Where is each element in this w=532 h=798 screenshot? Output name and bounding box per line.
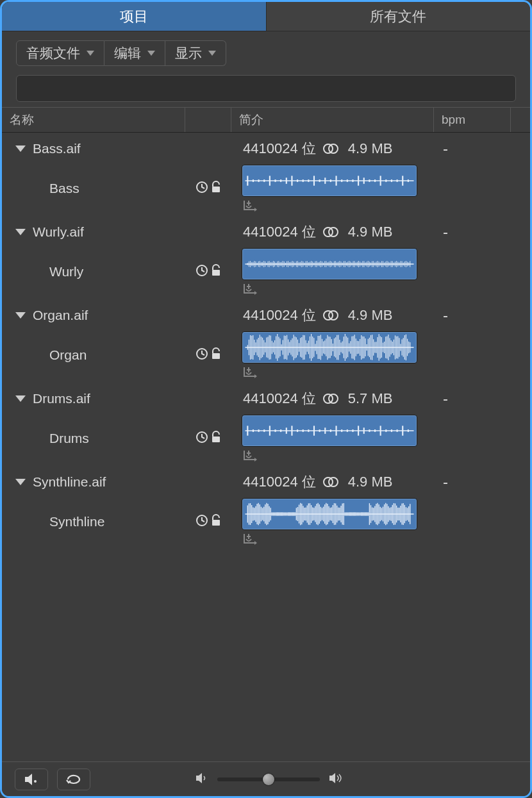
- file-bpm: -: [434, 473, 511, 491]
- region-row[interactable]: Wurly: [2, 248, 530, 299]
- slider-thumb[interactable]: [263, 774, 274, 785]
- anchor-icon: [243, 449, 258, 462]
- disclosure-triangle-icon[interactable]: [15, 479, 26, 485]
- file-spec: 4410024 位: [243, 139, 316, 158]
- speaker-icon: [24, 773, 39, 786]
- file-name[interactable]: Synthline.aif: [33, 474, 184, 490]
- file-bpm: -: [434, 140, 511, 158]
- disclosure-triangle-icon[interactable]: [15, 312, 26, 319]
- region-name[interactable]: Synthline: [33, 514, 185, 529]
- file-item[interactable]: Synthline.aif4410024 位 4.9 MB-Synthline: [2, 466, 530, 549]
- unlock-icon[interactable]: [211, 264, 221, 280]
- stereo-icon: [322, 309, 339, 322]
- file-item[interactable]: Bass.aif4410024 位 4.9 MB-Bass: [2, 133, 530, 216]
- column-pad: [511, 108, 530, 132]
- svg-point-448: [34, 780, 37, 783]
- file-name[interactable]: Bass.aif: [33, 141, 184, 156]
- audio-files-label: 音频文件: [26, 44, 80, 62]
- svg-rect-290: [212, 436, 220, 442]
- anchor-icon: [243, 283, 258, 295]
- file-spec: 4410024 位: [243, 222, 316, 242]
- tab-all-files[interactable]: 所有文件: [266, 2, 531, 31]
- svg-rect-38: [212, 270, 220, 276]
- waveform-preview[interactable]: [242, 415, 417, 447]
- unlock-icon[interactable]: [211, 514, 221, 530]
- file-item[interactable]: Drums.aif4410024 位 5.7 MB-Drums: [2, 383, 530, 466]
- edit-label: 编辑: [114, 44, 141, 62]
- preview-play-button[interactable]: [15, 769, 48, 790]
- file-name[interactable]: Wurly.aif: [33, 224, 184, 240]
- file-size: 4.9 MB: [348, 307, 393, 324]
- stereo-icon: [322, 392, 339, 405]
- stereo-icon: [322, 476, 339, 488]
- region-name[interactable]: Wurly: [33, 264, 185, 279]
- file-size: 5.7 MB: [348, 390, 393, 407]
- volume-high-icon: [329, 772, 344, 787]
- clock-icon: [195, 347, 208, 363]
- svg-rect-3: [212, 187, 220, 192]
- file-item[interactable]: Wurly.aif4410024 位 4.9 MB-Wurly: [2, 216, 530, 299]
- svg-rect-164: [212, 353, 220, 359]
- audio-files-menu[interactable]: 音频文件: [16, 40, 104, 66]
- anchor-icon: [243, 366, 258, 379]
- file-name[interactable]: Drums.aif: [33, 391, 184, 406]
- region-row[interactable]: Organ: [2, 331, 530, 383]
- file-spec: 4410024 位: [243, 472, 316, 492]
- region-name[interactable]: Bass: [33, 181, 185, 196]
- clock-icon: [195, 514, 208, 530]
- loop-icon: [65, 773, 83, 786]
- chevron-down-icon: [147, 51, 155, 56]
- file-bpm: -: [434, 306, 511, 324]
- file-name[interactable]: Organ.aif: [33, 308, 184, 323]
- file-spec: 4410024 位: [243, 389, 316, 408]
- column-name[interactable]: 名称: [2, 108, 185, 132]
- file-bpm: -: [434, 390, 511, 408]
- edit-menu[interactable]: 编辑: [104, 40, 165, 66]
- view-label: 显示: [175, 44, 202, 62]
- file-size: 4.9 MB: [348, 224, 393, 240]
- chevron-down-icon: [87, 51, 94, 56]
- column-info[interactable]: 简介: [231, 108, 434, 132]
- disclosure-triangle-icon[interactable]: [15, 229, 26, 235]
- file-size: 4.9 MB: [348, 140, 393, 157]
- search-input[interactable]: [16, 75, 516, 102]
- footer: [2, 761, 530, 796]
- waveform-preview[interactable]: [242, 165, 417, 197]
- tab-bar: 项目 所有文件: [2, 2, 530, 31]
- file-item[interactable]: Organ.aif4410024 位 4.9 MB-Organ: [2, 299, 530, 383]
- clock-icon: [195, 181, 208, 197]
- volume-low-icon: [195, 772, 208, 787]
- clock-icon: [195, 431, 208, 447]
- column-bpm[interactable]: bpm: [434, 108, 511, 132]
- column-icons[interactable]: [185, 108, 231, 132]
- toolbar: 音频文件 编辑 显示: [2, 31, 530, 107]
- view-menu[interactable]: 显示: [165, 40, 226, 66]
- clock-icon: [195, 264, 208, 280]
- region-name[interactable]: Organ: [33, 347, 185, 363]
- file-size: 4.9 MB: [348, 474, 393, 490]
- volume-slider[interactable]: [217, 777, 320, 781]
- tab-project[interactable]: 项目: [2, 2, 266, 31]
- unlock-icon[interactable]: [211, 181, 221, 197]
- region-row[interactable]: Drums: [2, 415, 530, 466]
- region-row[interactable]: Synthline: [2, 498, 530, 549]
- file-spec: 4410024 位: [243, 306, 316, 325]
- chevron-down-icon: [208, 51, 216, 56]
- svg-rect-325: [212, 520, 220, 526]
- file-bpm: -: [434, 223, 511, 241]
- loop-button[interactable]: [57, 769, 90, 790]
- stereo-icon: [322, 226, 339, 238]
- anchor-icon: [243, 533, 258, 545]
- stereo-icon: [322, 142, 339, 155]
- unlock-icon[interactable]: [211, 431, 221, 447]
- region-row[interactable]: Bass: [2, 165, 530, 216]
- region-name[interactable]: Drums: [33, 431, 185, 446]
- disclosure-triangle-icon[interactable]: [15, 145, 26, 152]
- waveform-preview[interactable]: [242, 331, 417, 363]
- audio-file-list[interactable]: Bass.aif4410024 位 4.9 MB-Bass Wurly.aif4…: [2, 133, 530, 761]
- waveform-preview[interactable]: [242, 498, 417, 530]
- unlock-icon[interactable]: [211, 347, 221, 363]
- disclosure-triangle-icon[interactable]: [15, 395, 26, 402]
- waveform-preview[interactable]: [242, 248, 417, 280]
- column-headers: 名称 简介 bpm: [2, 107, 530, 133]
